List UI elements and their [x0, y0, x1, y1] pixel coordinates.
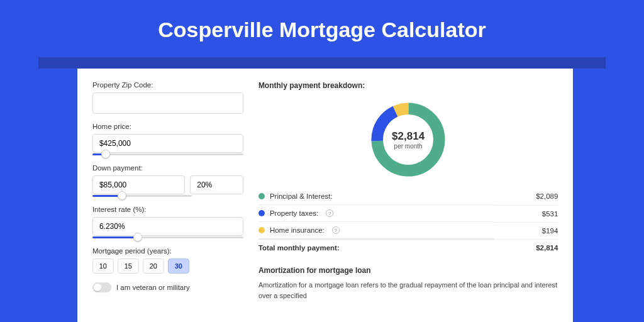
calculator-card: Property Zip Code: Home price: Down paym…: [77, 69, 573, 322]
breakdown-label-principal: Principal & Interest:: [270, 192, 333, 200]
veteran-toggle-knob: [94, 284, 101, 291]
down-payment-percent-input[interactable]: [190, 175, 243, 194]
interest-rate-field: Interest rate (%):: [92, 206, 243, 238]
breakdown-value-insurance: $194: [494, 222, 558, 240]
veteran-row: I am veteran or military: [92, 282, 243, 292]
veteran-toggle[interactable]: [92, 282, 111, 292]
amortization-heading: Amortization for mortgage loan: [258, 266, 558, 275]
home-price-label: Home price:: [92, 123, 243, 130]
donut-chart-wrap: $2,814 per month: [258, 94, 558, 188]
breakdown-label-insurance: Home insurance:: [270, 226, 325, 234]
zip-input[interactable]: [92, 92, 243, 114]
breakdown-total-label: Total monthly payment:: [258, 240, 494, 257]
down-payment-label: Down payment:: [92, 164, 243, 172]
period-option-10[interactable]: 10: [92, 258, 114, 274]
interest-rate-slider-fill: [92, 236, 138, 238]
period-option-15[interactable]: 15: [118, 258, 139, 274]
breakdown-row-taxes: Property taxes: ? $531: [258, 205, 558, 222]
down-payment-amount-input[interactable]: [92, 175, 185, 194]
donut-center-sub: per month: [394, 143, 423, 150]
breakdown-label-taxes: Property taxes:: [270, 209, 318, 217]
zip-field: Property Zip Code:: [92, 81, 243, 114]
breakdown-table: Principal & Interest: $2,089 Property ta…: [258, 188, 558, 256]
help-icon[interactable]: ?: [326, 209, 333, 217]
breakdown-value-taxes: $531: [494, 205, 558, 222]
mortgage-period-field: Mortgage period (years): 10 15 20 30: [92, 247, 243, 274]
donut-chart: $2,814 per month: [367, 99, 449, 180]
home-price-slider[interactable]: [92, 153, 243, 155]
breakdown-value-principal: $2,089: [494, 188, 558, 205]
zip-label: Property Zip Code:: [92, 81, 243, 89]
legend-dot-taxes: [258, 210, 265, 216]
page-title: Cosperville Mortgage Calculator: [0, 0, 644, 57]
breakdown-row-insurance: Home insurance: ? $194: [258, 222, 558, 240]
period-option-30[interactable]: 30: [168, 258, 189, 274]
mortgage-period-options: 10 15 20 30: [92, 258, 243, 274]
breakdown-heading: Monthly payment breakdown:: [258, 81, 558, 90]
breakdown-row-principal: Principal & Interest: $2,089: [258, 188, 558, 205]
legend-dot-insurance: [258, 227, 265, 233]
mortgage-period-label: Mortgage period (years):: [92, 247, 243, 255]
breakdown-panel: Monthly payment breakdown: $2,814 per mo…: [258, 81, 558, 322]
home-price-input[interactable]: [92, 134, 243, 153]
down-payment-slider[interactable]: [92, 195, 192, 197]
interest-rate-label: Interest rate (%):: [92, 206, 243, 213]
down-payment-field: Down payment:: [92, 164, 243, 197]
legend-dot-principal: [258, 193, 265, 199]
header-stripe: [38, 57, 605, 69]
veteran-label: I am veteran or military: [116, 284, 190, 291]
down-payment-slider-knob[interactable]: [118, 191, 126, 200]
interest-rate-slider[interactable]: [92, 236, 243, 238]
inputs-panel: Property Zip Code: Home price: Down paym…: [92, 81, 243, 322]
help-icon[interactable]: ?: [332, 226, 340, 234]
interest-rate-input[interactable]: [92, 217, 243, 236]
amortization-text: Amortization for a mortgage loan refers …: [258, 280, 558, 301]
interest-rate-slider-knob[interactable]: [133, 233, 142, 242]
donut-center-amount: $2,814: [392, 130, 425, 143]
breakdown-total-value: $2,814: [494, 240, 558, 257]
home-price-field: Home price:: [92, 123, 243, 155]
period-option-20[interactable]: 20: [143, 258, 164, 274]
donut-center: $2,814 per month: [367, 99, 449, 180]
breakdown-row-total: Total monthly payment: $2,814: [258, 240, 558, 257]
home-price-slider-knob[interactable]: [101, 150, 110, 158]
